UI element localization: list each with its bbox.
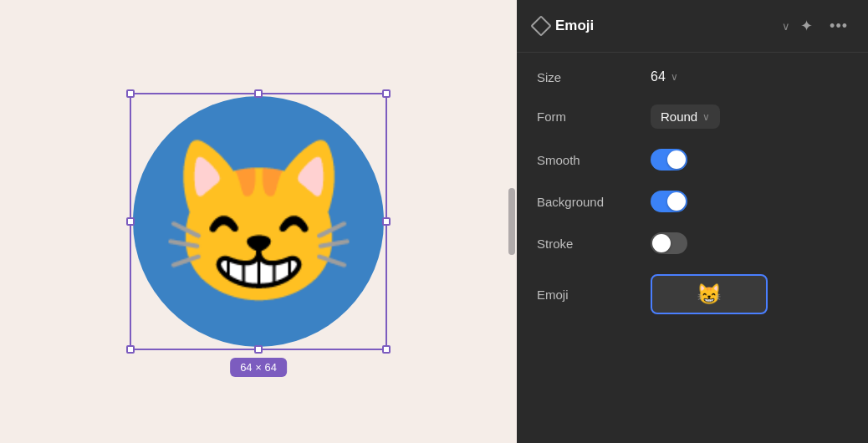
form-value-container: Round ∨ — [651, 104, 848, 129]
handle-top-left[interactable] — [126, 89, 135, 98]
emoji-picker-preview: 😸 — [697, 283, 722, 306]
dots-icon: ••• — [830, 18, 848, 35]
canvas-area: 😸 64 × 64 — [0, 0, 517, 443]
background-toggle[interactable] — [651, 191, 687, 212]
size-chevron-icon: ∨ — [671, 71, 678, 83]
stroke-label: Stroke — [537, 237, 637, 251]
emoji-label: Emoji — [537, 288, 637, 302]
handle-bottom-right[interactable] — [382, 345, 391, 354]
emoji-picker-cell[interactable]: 😸 — [651, 274, 768, 314]
smooth-slider — [651, 149, 687, 171]
stroke-slider — [651, 232, 687, 254]
form-value: Round — [661, 109, 697, 124]
handle-bottom-left[interactable] — [126, 345, 135, 354]
smooth-row: Smooth — [517, 139, 868, 181]
background-value-container — [651, 191, 848, 212]
title-chevron[interactable]: ∨ — [782, 20, 790, 33]
smooth-value-container — [651, 149, 848, 171]
form-label: Form — [537, 109, 637, 124]
size-badge: 64 × 64 — [230, 358, 287, 377]
background-slider — [651, 191, 687, 212]
form-dropdown[interactable]: Round ∨ — [651, 104, 720, 129]
handle-top-right[interactable] — [382, 89, 391, 98]
background-label: Background — [537, 195, 637, 209]
size-row: Size 64 ∨ — [517, 59, 868, 94]
element-wrapper[interactable]: 😸 64 × 64 — [133, 96, 384, 347]
move-icon: ✦ — [800, 17, 813, 35]
emoji-value-container: 😸 — [651, 274, 848, 314]
form-chevron-icon: ∨ — [702, 111, 710, 123]
canvas-scrollbar[interactable] — [508, 188, 515, 255]
stroke-toggle[interactable] — [651, 232, 687, 254]
emoji-circle: 😸 — [133, 96, 384, 347]
background-row: Background — [517, 181, 868, 222]
emoji-display: 😸 — [160, 142, 358, 301]
smooth-label: Smooth — [537, 153, 637, 167]
panel-body: Size 64 ∨ Form Round ∨ Smooth — [517, 53, 868, 443]
form-row: Form Round ∨ — [517, 94, 868, 139]
stroke-row: Stroke — [517, 222, 868, 264]
move-icon-button[interactable]: ✦ — [797, 13, 816, 38]
size-label: Size — [537, 70, 637, 84]
size-value: 64 — [651, 69, 666, 84]
emoji-row: Emoji 😸 — [517, 264, 868, 324]
smooth-toggle[interactable] — [651, 149, 687, 171]
more-button[interactable]: ••• — [826, 14, 851, 38]
panel-title: Emoji — [555, 18, 779, 34]
panel-header: Emoji ∨ ✦ ••• — [517, 0, 868, 53]
right-panel: Emoji ∨ ✦ ••• Size 64 ∨ Form — [517, 0, 868, 443]
stroke-value-container — [651, 232, 848, 254]
diamond-icon — [530, 15, 551, 36]
size-dropdown[interactable]: 64 ∨ — [651, 69, 678, 84]
size-value-container: 64 ∨ — [651, 69, 848, 84]
panel-header-actions: ✦ ••• — [797, 13, 851, 38]
